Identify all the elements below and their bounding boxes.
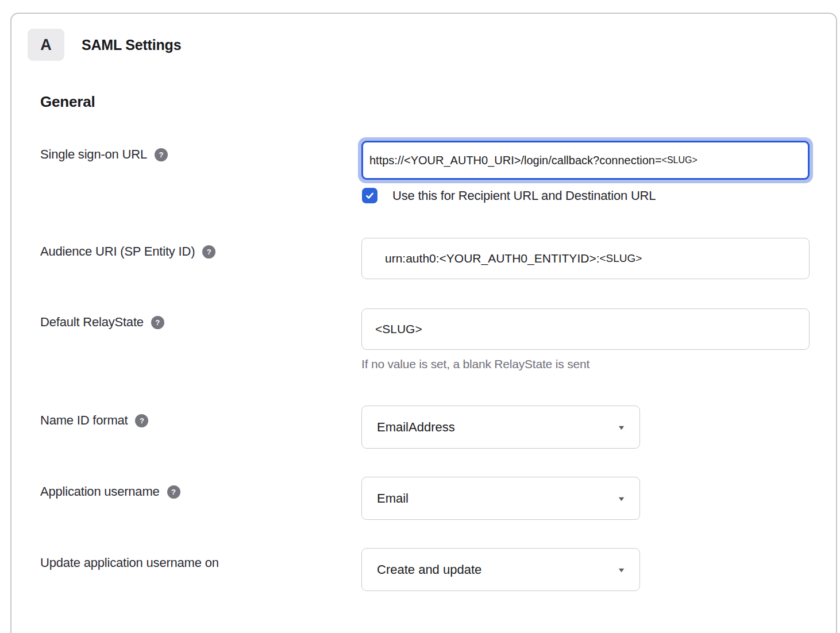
help-icon[interactable]: ? [202, 245, 215, 258]
card-header: A SAML Settings [28, 29, 836, 61]
help-icon[interactable]: ? [135, 414, 148, 427]
field-row-relaystate: Default RelayState ? <SLUG> If no value … [11, 308, 836, 371]
field-row-sso: Single sign-on URL ? https://<YOUR_AUTH0… [11, 137, 836, 203]
chevron-down-icon: ▼ [617, 423, 626, 430]
page-title: SAML Settings [82, 37, 181, 53]
update-username-label: Update application username on [40, 555, 219, 570]
name-id-format-label: Name ID format [40, 413, 128, 428]
relaystate-value: <SLUG> [375, 322, 422, 336]
chevron-down-icon: ▼ [617, 495, 626, 501]
relaystate-input[interactable]: <SLUG> [361, 308, 810, 350]
checkmark-icon [365, 191, 375, 200]
help-icon[interactable]: ? [151, 316, 164, 329]
sso-url-input[interactable]: https://<YOUR_AUTH0_URI>/login/callback?… [361, 141, 810, 180]
update-username-select[interactable]: Create and update ▼ [361, 548, 640, 591]
section-badge: A [28, 29, 64, 61]
chevron-down-icon: ▼ [617, 566, 626, 573]
help-icon[interactable]: ? [155, 148, 168, 161]
field-row-application-username: Application username ? Email ▼ [11, 477, 836, 520]
audience-uri-slug: <SLUG> [599, 252, 642, 265]
audience-uri-input[interactable]: urn:auth0:<YOUR_AUTH0_ENTITYID>:<SLUG> [361, 238, 810, 279]
update-username-value: Create and update [377, 562, 481, 577]
sso-url-focus-ring: https://<YOUR_AUTH0_URI>/login/callback?… [358, 137, 813, 183]
field-row-update-username: Update application username on Create an… [11, 548, 836, 591]
recipient-url-checkbox[interactable] [362, 188, 377, 203]
audience-uri-label: Audience URI (SP Entity ID) [40, 244, 195, 259]
recipient-url-check-row: Use this for Recipient URL and Destinati… [362, 188, 813, 203]
sso-url-label: Single sign-on URL [40, 147, 147, 162]
general-heading: General [40, 93, 836, 111]
recipient-url-checkbox-label: Use this for Recipient URL and Destinati… [392, 188, 656, 203]
field-row-name-id-format: Name ID format ? EmailAddress ▼ [11, 406, 836, 449]
relaystate-label: Default RelayState [40, 315, 144, 330]
relaystate-helper-text: If no value is set, a blank RelayState i… [361, 357, 810, 371]
audience-uri-value: urn:auth0:<YOUR_AUTH0_ENTITYID>: [385, 252, 599, 265]
name-id-format-value: EmailAddress [377, 420, 455, 435]
saml-settings-card: A SAML Settings General Single sign-on U… [10, 13, 837, 633]
application-username-select[interactable]: Email ▼ [361, 477, 640, 520]
help-icon[interactable]: ? [167, 485, 180, 499]
sso-url-slug: <SLUG> [662, 155, 698, 165]
name-id-format-select[interactable]: EmailAddress ▼ [361, 406, 640, 449]
application-username-value: Email [377, 491, 409, 506]
sso-url-value: https://<YOUR_AUTH0_URI>/login/callback?… [369, 154, 662, 167]
field-row-audience: Audience URI (SP Entity ID) ? urn:auth0:… [11, 238, 836, 279]
application-username-label: Application username [40, 484, 160, 499]
